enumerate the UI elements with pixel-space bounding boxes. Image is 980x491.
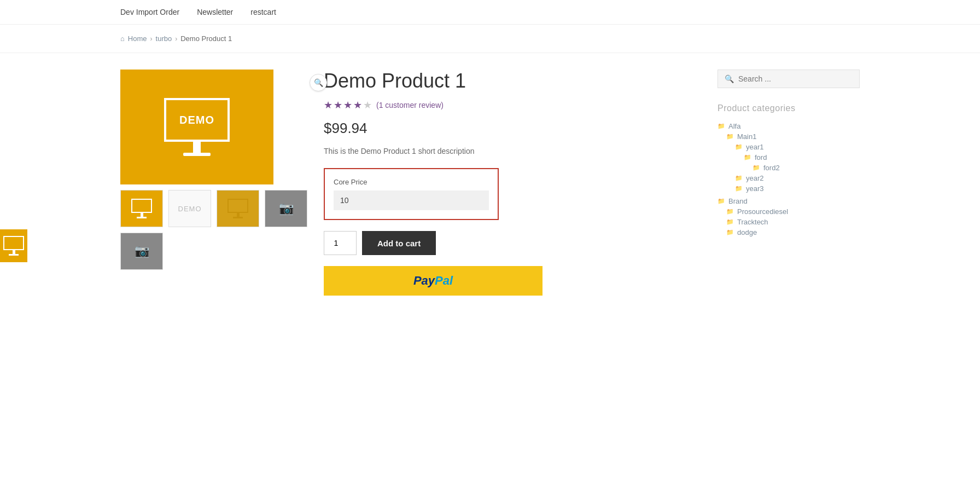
thumbnail-3[interactable] [217, 190, 259, 227]
category-year2-link[interactable]: 📁 year2 [735, 174, 860, 182]
category-ford: 📁 ford 📁 ford2 [744, 153, 860, 172]
home-icon: ⌂ [120, 34, 125, 43]
category-year2-label: year2 [746, 174, 764, 182]
star-2: ★ [334, 99, 342, 111]
core-price-input[interactable] [334, 190, 489, 210]
star-1: ★ [324, 99, 332, 111]
main-product-image[interactable]: DEMO [120, 70, 273, 184]
star-5: ★ [363, 99, 372, 111]
thumbnail-1[interactable] [120, 190, 163, 227]
folder-icon: 📁 [744, 154, 751, 161]
image-column: DEMO 🔍 [120, 70, 307, 304]
category-main1-link[interactable]: 📁 Main1 [726, 132, 860, 141]
category-dodge: 📁 dodge [726, 228, 860, 236]
category-year3: 📁 year3 [735, 184, 860, 193]
search-input[interactable] [738, 74, 853, 83]
category-year2: 📁 year2 [735, 174, 860, 182]
category-main1: 📁 Main1 📁 year1 [726, 132, 860, 193]
thumb1-monitor [131, 199, 152, 218]
category-brand-label: Brand [728, 197, 748, 205]
thumbnail-4[interactable]: 📷 [265, 190, 307, 227]
monitor-stand [193, 142, 201, 153]
nav-dev-import-order[interactable]: Dev Import Order [120, 8, 179, 16]
core-price-box: Core Price [324, 168, 499, 220]
add-to-cart-button[interactable]: Add to cart [362, 231, 436, 255]
category-alfa-link[interactable]: 📁 Alfa [718, 122, 860, 130]
zoom-button[interactable]: 🔍 [310, 74, 327, 91]
folder-icon: 📁 [726, 218, 734, 226]
review-link[interactable]: (1 customer review) [376, 101, 444, 109]
category-brand-link[interactable]: 📁 Brand [718, 197, 860, 205]
folder-icon: 📁 [735, 185, 743, 192]
category-prosourcediesel: 📁 Prosourcediesel [726, 207, 860, 216]
folder-icon: 📁 [718, 123, 725, 130]
top-navigation: Dev Import Order Newsletter restcart [0, 0, 980, 25]
breadcrumb-current: Demo Product 1 [180, 34, 232, 43]
search-box: 🔍 [718, 70, 860, 88]
category-ford-link[interactable]: 📁 ford [744, 153, 860, 161]
thumbnail-row-2: 📷 [120, 233, 307, 270]
sidebar: 🔍 Product categories 📁 Alfa 📁 Main1 [718, 70, 860, 304]
thumb5-camera-icon: 📷 [135, 244, 149, 258]
nav-newsletter[interactable]: Newsletter [197, 8, 233, 16]
category-year3-link[interactable]: 📁 year3 [735, 184, 860, 193]
monitor-label: DEMO [179, 114, 214, 126]
breadcrumb-sep2: › [175, 35, 177, 43]
monitor-screen: DEMO [164, 98, 230, 142]
category-year1-link[interactable]: 📁 year1 [735, 143, 860, 151]
category-prosourcediesel-link[interactable]: 📁 Prosourcediesel [726, 207, 860, 216]
breadcrumb-sep1: › [150, 35, 153, 43]
monitor-base [183, 153, 211, 156]
alfa-children: 📁 Main1 📁 year1 [726, 132, 860, 193]
zoom-icon: 🔍 [314, 78, 323, 87]
star-3: ★ [343, 99, 352, 111]
thumb4-camera-icon: 📷 [279, 201, 294, 216]
short-description: This is the Demo Product 1 short descrip… [324, 146, 586, 157]
category-tracktech: 📁 Tracktech [726, 218, 860, 226]
year1-children: 📁 ford 📁 ford2 [744, 153, 860, 172]
add-to-cart-row: Add to cart [324, 231, 586, 255]
side-thumbnail[interactable] [0, 229, 27, 262]
folder-icon: 📁 [718, 198, 725, 205]
paypal-pal: Pal [435, 274, 453, 287]
folder-icon: 📁 [726, 229, 734, 236]
search-icon: 🔍 [725, 74, 734, 83]
thumbnail-5[interactable]: 📷 [120, 233, 163, 270]
thumbnail-2[interactable]: DEMO [168, 190, 211, 227]
categories-title: Product categories [718, 103, 860, 113]
stars-row: ★ ★ ★ ★ ★ (1 customer review) [324, 99, 586, 111]
category-alfa-label: Alfa [728, 122, 740, 130]
breadcrumb: ⌂ Home › turbo › Demo Product 1 [0, 25, 980, 53]
category-dodge-link[interactable]: 📁 dodge [726, 228, 860, 236]
category-ford2: 📁 ford2 [752, 164, 860, 172]
category-ford2-link[interactable]: 📁 ford2 [752, 164, 860, 172]
folder-icon: 📁 [726, 133, 734, 140]
main-container: DEMO 🔍 [0, 53, 980, 321]
folder-icon: 📁 [752, 164, 760, 171]
side-thumb-monitor [3, 236, 24, 256]
paypal-button[interactable]: PayPal [324, 266, 542, 296]
quantity-input[interactable] [324, 231, 357, 255]
category-tree: 📁 Alfa 📁 Main1 📁 year1 [718, 122, 860, 236]
product-title: Demo Product 1 [324, 70, 586, 93]
paypal-pay: Pay [413, 274, 435, 287]
category-tracktech-label: Tracktech [737, 218, 768, 226]
category-main1-label: Main1 [737, 132, 756, 141]
star-4: ★ [353, 99, 362, 111]
category-year1-label: year1 [746, 143, 764, 151]
thumb2-label: DEMO [178, 205, 202, 213]
category-tracktech-link[interactable]: 📁 Tracktech [726, 218, 860, 226]
core-price-label: Core Price [334, 178, 489, 186]
breadcrumb-turbo[interactable]: turbo [156, 34, 172, 43]
category-alfa: 📁 Alfa 📁 Main1 📁 year1 [718, 122, 860, 193]
nav-restcart[interactable]: restcart [250, 8, 276, 16]
star-rating: ★ ★ ★ ★ ★ [324, 99, 372, 111]
product-info: Demo Product 1 ★ ★ ★ ★ ★ (1 customer rev… [324, 70, 586, 304]
breadcrumb-home[interactable]: Home [128, 34, 147, 43]
product-price: $99.94 [324, 120, 586, 137]
brand-children: 📁 Prosourcediesel 📁 Tracktech 📁 [726, 207, 860, 236]
folder-icon: 📁 [726, 208, 734, 215]
product-section: DEMO 🔍 [120, 70, 696, 304]
category-ford-label: ford [755, 153, 767, 161]
category-dodge-label: dodge [737, 228, 757, 236]
